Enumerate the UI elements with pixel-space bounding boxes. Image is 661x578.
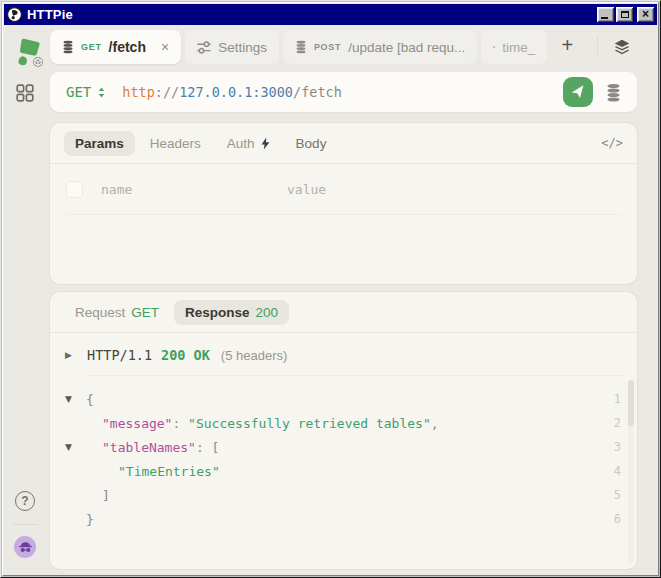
close-button[interactable]: × bbox=[637, 7, 654, 22]
scrollbar-thumb[interactable] bbox=[628, 380, 634, 426]
response-panel: Request GET Response 200 ▶ HTTP/1.1 200 … bbox=[50, 292, 637, 569]
help-icon[interactable]: ? bbox=[15, 491, 35, 511]
request-label: Request bbox=[75, 305, 125, 320]
json-line: "TimeEntries" 4 bbox=[65, 459, 627, 483]
minimize-button[interactable] bbox=[597, 7, 614, 22]
window-controls: × bbox=[597, 7, 654, 22]
json-line: "message": "Successfully retrieved table… bbox=[65, 411, 627, 435]
tab-headers[interactable]: Headers bbox=[139, 131, 212, 156]
bolt-icon bbox=[261, 137, 270, 150]
help-glyph: ? bbox=[21, 494, 28, 508]
json-line: ] 5 bbox=[65, 483, 627, 507]
protocol-label: HTTP/1.1 bbox=[87, 347, 152, 363]
window-title: HTTPie bbox=[27, 7, 592, 22]
response-body[interactable]: ▼ { 1 "message": "Successfully retrieved… bbox=[50, 376, 637, 569]
tab-title: /update [bad requ... bbox=[348, 40, 465, 55]
new-tab-button[interactable]: + bbox=[551, 30, 583, 64]
logo-badge-icon bbox=[31, 55, 45, 69]
tabbar-divider bbox=[597, 36, 598, 58]
tab-settings[interactable]: Settings bbox=[185, 30, 279, 64]
tab-title: Settings bbox=[218, 40, 267, 55]
maximize-icon bbox=[621, 11, 629, 18]
line-number: 2 bbox=[614, 416, 627, 430]
tab-time[interactable]: time_ bbox=[481, 30, 547, 64]
collections-icon[interactable] bbox=[606, 83, 621, 102]
param-name-input[interactable] bbox=[99, 181, 269, 198]
response-status-badge: 200 bbox=[256, 305, 279, 320]
titlebar: HTTPie × bbox=[4, 4, 657, 25]
param-row bbox=[50, 164, 637, 214]
response-label: Response bbox=[185, 305, 250, 320]
tab-auth[interactable]: Auth bbox=[216, 131, 281, 156]
minimize-icon bbox=[601, 17, 608, 19]
tab-get-fetch[interactable]: GET /fetch × bbox=[50, 30, 181, 64]
paper-plane-icon bbox=[569, 83, 587, 101]
collapse-node-icon[interactable]: ▼ bbox=[65, 442, 86, 452]
app-window: HTTPie × ? bbox=[0, 0, 661, 578]
method-dropdown-icon bbox=[98, 87, 105, 98]
json-line: } 6 bbox=[65, 507, 627, 531]
url-row: GET http://127.0.0.1:3000/fetch bbox=[50, 72, 637, 112]
expand-headers-icon[interactable]: ▶ bbox=[65, 350, 78, 360]
send-button[interactable] bbox=[563, 77, 593, 107]
httpie-logo[interactable] bbox=[12, 37, 42, 67]
status-code-label: 200 OK bbox=[161, 347, 210, 363]
left-rail: ? bbox=[4, 25, 46, 574]
tab-post-update[interactable]: POST /update [bad requ... bbox=[283, 30, 477, 64]
rail-divider bbox=[13, 524, 38, 525]
httpie-window-icon bbox=[7, 7, 22, 22]
close-icon: × bbox=[642, 8, 649, 20]
headers-count-label: (5 headers) bbox=[221, 348, 287, 363]
param-value-input[interactable] bbox=[285, 181, 621, 198]
tab-params[interactable]: Params bbox=[64, 131, 135, 156]
collapse-node-icon[interactable]: ▼ bbox=[65, 394, 86, 404]
url-path: /fetch bbox=[293, 84, 342, 100]
response-status-line[interactable]: ▶ HTTP/1.1 200 OK (5 headers) bbox=[50, 333, 637, 375]
main-column: GET /fetch × Settings POST /upd bbox=[46, 25, 657, 574]
app-content: ? GET /fetch × bbox=[4, 25, 657, 574]
method-selector[interactable]: GET bbox=[66, 84, 105, 100]
collection-icon bbox=[62, 40, 74, 54]
json-line: ▼ "tableNames": [ 3 bbox=[65, 435, 627, 459]
tab-method-label: POST bbox=[314, 42, 341, 52]
tab-title: /fetch bbox=[109, 39, 146, 55]
response-panel-tabs: Request GET Response 200 bbox=[50, 292, 637, 332]
incognito-avatar[interactable] bbox=[14, 536, 36, 558]
settings-sliders-icon bbox=[197, 41, 211, 54]
collection-icon bbox=[295, 40, 307, 54]
collection-icon bbox=[493, 40, 495, 54]
param-row-divider bbox=[66, 214, 621, 215]
url-host: 127.0.0.1:3000 bbox=[179, 84, 293, 100]
request-method: GET bbox=[131, 305, 159, 320]
auth-label: Auth bbox=[227, 136, 255, 151]
scrollbar[interactable] bbox=[628, 380, 634, 563]
incognito-icon bbox=[18, 540, 33, 555]
window-frame: HTTPie × ? bbox=[2, 2, 659, 576]
code-view-toggle[interactable]: </> bbox=[601, 136, 623, 150]
layers-icon[interactable] bbox=[607, 34, 637, 60]
request-panel-tabs: Params Headers Auth Body </> bbox=[50, 123, 637, 163]
apps-grid-icon[interactable] bbox=[16, 84, 34, 106]
request-panel: Params Headers Auth Body </> bbox=[50, 123, 637, 284]
maximize-button[interactable] bbox=[616, 7, 633, 22]
json-line: ▼ { 1 bbox=[65, 387, 627, 411]
method-value: GET bbox=[66, 84, 91, 100]
close-tab-icon[interactable]: × bbox=[161, 40, 169, 54]
tabbar-right bbox=[588, 30, 637, 64]
url-bar[interactable]: GET http://127.0.0.1:3000/fetch bbox=[50, 72, 637, 112]
line-number: 6 bbox=[614, 512, 627, 526]
tab-method-label: GET bbox=[81, 42, 102, 52]
line-number: 4 bbox=[614, 464, 627, 478]
tab-body[interactable]: Body bbox=[285, 131, 338, 156]
url-separator: :// bbox=[155, 84, 179, 100]
line-number: 1 bbox=[614, 392, 627, 406]
line-number: 3 bbox=[614, 440, 627, 454]
tab-title: time_ bbox=[502, 40, 535, 55]
line-number: 5 bbox=[614, 488, 627, 502]
url-scheme: http bbox=[122, 84, 155, 100]
param-checkbox[interactable] bbox=[66, 181, 83, 198]
tab-bar: GET /fetch × Settings POST /upd bbox=[50, 30, 637, 64]
tab-request[interactable]: Request GET bbox=[64, 300, 170, 325]
url-input[interactable]: http://127.0.0.1:3000/fetch bbox=[122, 84, 341, 100]
tab-response[interactable]: Response 200 bbox=[174, 300, 289, 325]
